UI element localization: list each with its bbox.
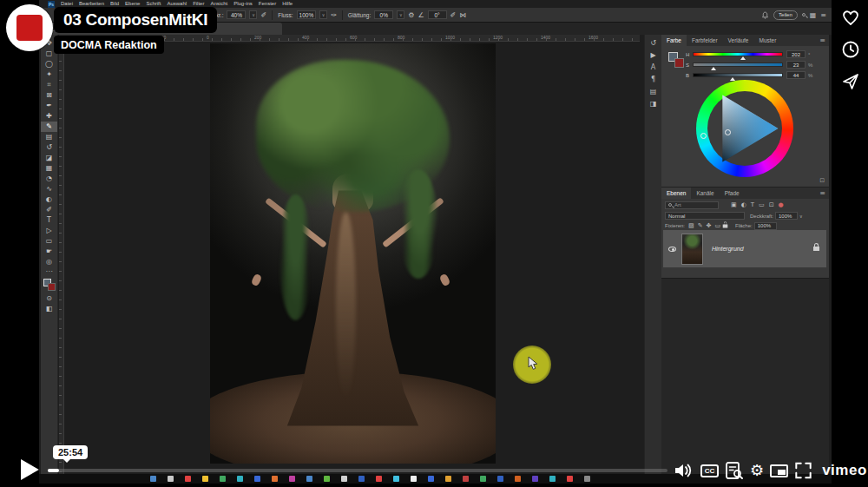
hue-value[interactable]: 202	[786, 50, 806, 58]
taskbar-app-icon[interactable]	[254, 476, 260, 482]
wheel-options-icon[interactable]: ⊡	[819, 177, 825, 184]
share-paper-plane-icon[interactable]	[840, 71, 861, 92]
layer-fill-value[interactable]: 100%	[754, 222, 777, 230]
layer-thumbnail[interactable]	[681, 234, 703, 265]
color-wheel[interactable]	[696, 80, 793, 177]
eyedropper-tool-icon[interactable]: ✒	[41, 101, 57, 111]
taskbar-app-icon[interactable]	[393, 476, 399, 482]
settings-gear-icon[interactable]: ⚙	[750, 463, 764, 478]
triangle-marker[interactable]	[725, 129, 731, 135]
lock-transparency-icon[interactable]: ▨	[688, 222, 694, 229]
panel-tab[interactable]: Ebenen	[661, 188, 691, 199]
history-panel-icon[interactable]: ↺	[650, 38, 656, 48]
picture-in-picture-icon[interactable]	[770, 464, 788, 477]
hand-tool-icon[interactable]: ☛	[41, 247, 57, 257]
airbrush-icon[interactable]: ✑	[331, 11, 337, 19]
paragraph-panel-icon[interactable]: ¶	[651, 75, 655, 84]
taskbar-app-icon[interactable]	[220, 476, 226, 482]
smoothing-dropdown[interactable]: ∨	[397, 10, 404, 19]
layer-row-background[interactable]: Hintergrund	[663, 230, 826, 267]
filter-adjustment-layers-icon[interactable]: ◐	[741, 201, 746, 208]
panel-tab[interactable]: Pfade	[720, 188, 745, 199]
lock-pixels-icon[interactable]: ✎	[698, 222, 703, 229]
opacity-value[interactable]: 40%	[227, 10, 246, 19]
brightness-value[interactable]: 44	[786, 71, 806, 79]
filter-type-layers-icon[interactable]: T	[751, 201, 754, 208]
panel-tab[interactable]: Farbfelder	[687, 35, 723, 46]
taskbar-app-icon[interactable]	[237, 476, 243, 482]
menu-item[interactable]: Plug-ins	[233, 0, 253, 8]
background-color-swatch[interactable]	[674, 58, 684, 68]
taskbar-app-icon[interactable]	[549, 476, 556, 482]
blur-tool-icon[interactable]: ◔	[41, 174, 57, 184]
workspace-grid-icon[interactable]: ▦	[810, 11, 817, 19]
taskbar-app-icon[interactable]	[272, 476, 278, 482]
symmetry-icon[interactable]: ⋈	[459, 11, 466, 19]
brush-tool-icon[interactable]: ✎	[41, 122, 57, 132]
lasso-tool-icon[interactable]: ◯	[41, 59, 57, 69]
transcript-icon[interactable]	[725, 462, 744, 479]
pen-pressure-size-icon[interactable]: ✐	[450, 11, 457, 19]
properties-panel-icon[interactable]: ◨	[650, 99, 657, 109]
chevron-down-icon[interactable]: ∨	[799, 214, 803, 219]
opacity-dropdown[interactable]: ∨	[249, 10, 257, 19]
frame-tool-icon[interactable]: ⊠	[41, 90, 57, 101]
watch-later-clock-icon[interactable]	[840, 39, 861, 60]
character-panel-icon[interactable]: A	[651, 63, 655, 72]
flow-dropdown[interactable]: ∨	[319, 10, 327, 19]
saturation-slider[interactable]	[693, 63, 783, 67]
progress-bar[interactable]	[48, 469, 667, 472]
hue-slider-handle[interactable]	[740, 56, 746, 60]
taskbar-app-icon[interactable]	[428, 476, 434, 482]
brightness-slider[interactable]	[693, 73, 783, 77]
actions-panel-icon[interactable]: ▶	[650, 50, 655, 60]
background-color-swatch[interactable]	[48, 283, 56, 291]
eraser-tool-icon[interactable]: ◪	[41, 153, 57, 163]
panel-tab[interactable]: Farbe	[661, 35, 687, 46]
smoothing-gear-icon[interactable]: ⚙	[408, 11, 414, 19]
panel-color-swatches[interactable]	[668, 52, 684, 68]
lock-all-icon[interactable]	[723, 224, 728, 227]
share-button[interactable]: Teilen	[773, 10, 798, 20]
layer-visibility-eye-icon[interactable]	[668, 247, 676, 252]
crop-tool-icon[interactable]: ⌗	[41, 80, 57, 90]
flow-value[interactable]: 100%	[297, 10, 317, 19]
menu-item[interactable]: Fenster	[259, 0, 276, 8]
angle-value[interactable]: 0°	[428, 10, 447, 19]
taskbar-app-icon[interactable]	[567, 476, 573, 482]
filter-smart-objects-icon[interactable]: ⊡	[769, 201, 774, 208]
taskbar-app-icon[interactable]	[497, 476, 503, 482]
vimeo-wordmark[interactable]: vimeo	[822, 462, 867, 479]
saturation-value[interactable]: 23	[786, 61, 806, 69]
hue-ring-marker[interactable]	[700, 133, 707, 139]
lock-artboard-icon[interactable]: ▭	[714, 222, 720, 229]
like-heart-icon[interactable]	[840, 7, 861, 28]
taskbar-app-icon[interactable]	[306, 476, 312, 482]
search-icon[interactable]	[802, 13, 806, 16]
healing-brush-tool-icon[interactable]: ✚	[41, 111, 57, 122]
play-button[interactable]	[14, 455, 47, 484]
panel-menu-icon[interactable]: ≡	[819, 189, 825, 197]
type-tool-icon[interactable]: T	[41, 215, 57, 226]
video-title[interactable]: 03 ComposenMitKI	[54, 7, 217, 33]
taskbar-app-icon[interactable]	[463, 476, 469, 482]
path-selection-tool-icon[interactable]: ▷	[41, 226, 57, 236]
saturation-slider-handle[interactable]	[711, 67, 716, 70]
canvas-area[interactable]: 40020002004006008001000120014001600	[59, 35, 640, 474]
taskbar-app-icon[interactable]	[445, 476, 451, 482]
lock-position-icon[interactable]: ✥	[707, 222, 712, 229]
taskbar-app-icon[interactable]	[185, 476, 191, 482]
smudge-tool-icon[interactable]: ∿	[41, 184, 57, 194]
layer-opacity-value[interactable]: 100%	[775, 212, 798, 220]
screen-mode-icon[interactable]: ◧	[41, 304, 57, 314]
taskbar-app-icon[interactable]	[376, 476, 382, 482]
volume-icon[interactable]	[674, 462, 694, 479]
captions-button[interactable]: CC	[700, 464, 719, 477]
taskbar-app-icon[interactable]	[289, 476, 295, 482]
smoothing-value[interactable]: 0%	[374, 10, 393, 19]
panel-menu-icon[interactable]: ≡	[819, 36, 825, 44]
clone-stamp-tool-icon[interactable]: ▤	[41, 132, 57, 142]
color-swatches[interactable]	[43, 279, 56, 291]
object-selection-tool-icon[interactable]: ✦	[41, 69, 57, 80]
panel-tab[interactable]: Kanäle	[691, 188, 719, 199]
